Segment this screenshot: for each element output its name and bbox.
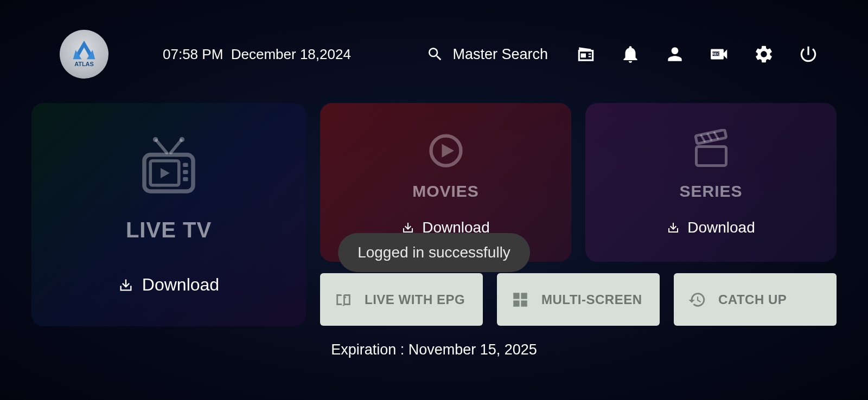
power-button[interactable] xyxy=(797,43,819,65)
series-download[interactable]: Download xyxy=(667,219,755,236)
svg-text:ATLAS: ATLAS xyxy=(74,61,94,67)
search-label: Master Search xyxy=(452,46,548,63)
svg-rect-19 xyxy=(695,130,726,144)
movies-title: MOVIES xyxy=(412,182,479,201)
svg-rect-25 xyxy=(521,293,527,299)
record-camera-icon: REC xyxy=(709,44,730,64)
svg-marker-17 xyxy=(442,144,454,157)
record-button[interactable]: REC xyxy=(709,43,730,65)
grid-icon xyxy=(511,291,529,309)
svg-marker-12 xyxy=(161,168,170,178)
atlas-logo-icon: ATLAS xyxy=(63,33,105,75)
main-grid: LIVE TV Download MOVIES Download xyxy=(0,87,868,326)
live-with-epg-tile[interactable]: LIVE WITH EPG xyxy=(320,273,483,326)
live-tv-download[interactable]: Download xyxy=(118,275,219,295)
datetime-display: 07:58 PM December 18,2024 xyxy=(163,46,351,63)
expiration-text: Expiration : November 15, 2025 xyxy=(331,341,537,358)
master-search[interactable]: Master Search xyxy=(426,46,548,63)
live-tv-title: LIVE TV xyxy=(126,218,212,242)
svg-point-8 xyxy=(153,137,158,142)
date-text: December 18,2024 xyxy=(231,46,351,62)
series-download-label: Download xyxy=(687,219,755,236)
multi-label: MULTI-SCREEN xyxy=(541,292,642,307)
svg-rect-26 xyxy=(513,300,519,306)
toast-message: Logged in successfully xyxy=(358,244,510,261)
expiration-footer: Expiration : November 15, 2025 xyxy=(0,341,868,358)
svg-line-7 xyxy=(171,140,181,153)
live-download-label: Download xyxy=(142,275,219,295)
svg-rect-18 xyxy=(696,146,726,165)
download-icon xyxy=(401,221,414,234)
live-tv-tile[interactable]: LIVE TV Download xyxy=(31,103,306,326)
download-icon xyxy=(118,278,133,293)
download-icon xyxy=(667,221,680,234)
svg-rect-27 xyxy=(521,300,527,306)
power-icon xyxy=(798,44,819,64)
notifications-button[interactable] xyxy=(620,43,641,65)
radio-icon xyxy=(576,44,596,64)
login-toast: Logged in successfully xyxy=(338,233,530,272)
radio-button[interactable] xyxy=(575,43,597,65)
clapperboard-icon xyxy=(690,129,733,172)
svg-line-6 xyxy=(157,140,167,153)
catchup-label: CATCH UP xyxy=(718,292,787,307)
svg-rect-15 xyxy=(183,177,188,182)
bell-icon xyxy=(620,44,641,64)
account-button[interactable] xyxy=(664,43,686,65)
header: ATLAS 07:58 PM December 18,2024 Master S… xyxy=(0,0,868,87)
svg-text:REC: REC xyxy=(712,52,720,56)
multi-screen-tile[interactable]: MULTI-SCREEN xyxy=(497,273,660,326)
series-title: SERIES xyxy=(679,182,742,201)
settings-button[interactable] xyxy=(753,43,775,65)
svg-rect-24 xyxy=(513,293,519,299)
book-icon xyxy=(334,291,353,309)
live-tv-icon-wrap xyxy=(136,134,201,202)
person-icon xyxy=(665,44,685,64)
time-text: 07:58 PM xyxy=(163,46,223,62)
series-tile[interactable]: SERIES Download xyxy=(585,103,837,262)
catch-up-tile[interactable]: CATCH UP xyxy=(674,273,837,326)
svg-rect-13 xyxy=(183,163,188,167)
app-logo[interactable]: ATLAS xyxy=(60,30,108,79)
history-icon xyxy=(688,291,706,309)
epg-label: LIVE WITH EPG xyxy=(365,292,465,307)
svg-point-9 xyxy=(180,137,184,142)
svg-rect-14 xyxy=(183,170,188,175)
tv-icon xyxy=(136,134,201,199)
svg-point-23 xyxy=(344,296,346,298)
bottom-row: LIVE WITH EPG MULTI-SCREEN CATCH UP xyxy=(320,273,837,326)
search-icon xyxy=(426,46,444,63)
gear-icon xyxy=(754,44,774,64)
header-icon-bar: REC xyxy=(575,43,819,65)
play-circle-icon xyxy=(424,129,468,172)
